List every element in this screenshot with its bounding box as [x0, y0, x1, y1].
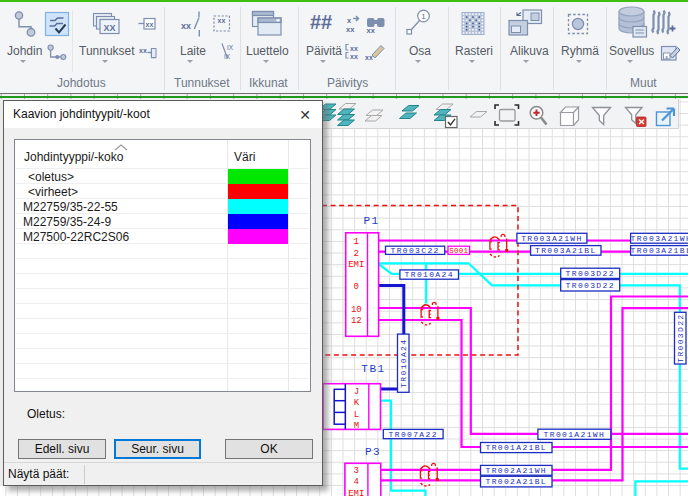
svg-text:0: 0 — [354, 282, 359, 292]
svg-text:TB1: TB1 — [361, 363, 385, 375]
svg-text:1: 1 — [354, 237, 359, 247]
svg-text:TR003A21BL: TR003A21BL — [535, 246, 597, 255]
svg-text:xx: xx — [218, 17, 226, 24]
svg-text:TR003C22: TR003C22 — [390, 246, 439, 255]
svg-text:TR010A24: TR010A24 — [405, 270, 454, 279]
svg-text:TR003D22: TR003D22 — [566, 269, 615, 278]
svg-text:TR001A21BL: TR001A21BL — [485, 443, 547, 452]
svg-text:TR002A21BL: TR002A21BL — [485, 477, 547, 486]
svg-text:##: ## — [310, 11, 332, 33]
svg-text:TR002A21WH: TR002A21WH — [485, 466, 547, 475]
svg-text:XX: XX — [103, 23, 115, 33]
svg-text:IX: IX — [224, 53, 231, 60]
svg-text:EMI: EMI — [348, 260, 364, 270]
svg-text:xx: xx — [365, 54, 373, 61]
svg-text:TR010A24: TR010A24 — [399, 339, 408, 388]
svg-text:TR003A21WH: TR003A21WH — [521, 234, 583, 243]
svg-text:TR003A21WH: TR003A21WH — [631, 234, 688, 243]
svg-text:x: x — [347, 16, 352, 25]
svg-text:TR001A21WH: TR001A21WH — [544, 430, 606, 439]
svg-text:xx: xx — [350, 53, 358, 60]
svg-text:EMI: EMI — [348, 489, 364, 496]
svg-text:10: 10 — [351, 305, 362, 315]
svg-text:M: M — [354, 421, 359, 431]
svg-text:xx: xx — [350, 45, 358, 52]
svg-text:3: 3 — [354, 466, 359, 476]
svg-text:TR003A21BL: TR003A21BL — [631, 246, 688, 255]
svg-text:2: 2 — [354, 249, 359, 259]
svg-text:J: J — [354, 387, 359, 397]
svg-text:xx: xx — [181, 21, 191, 31]
svg-text:xx: xx — [367, 26, 376, 35]
svg-text:P3: P3 — [365, 446, 381, 458]
svg-text:xx: xx — [346, 25, 355, 34]
svg-text:4: 4 — [354, 477, 359, 487]
svg-text:TR007A22: TR007A22 — [389, 430, 438, 439]
svg-text:1: 1 — [421, 12, 426, 21]
svg-text:K: K — [354, 398, 360, 408]
svg-text:TR003D22: TR003D22 — [676, 314, 685, 363]
svg-text:s: s — [665, 54, 668, 60]
svg-text:P1: P1 — [363, 215, 379, 227]
svg-text:xx: xx — [139, 47, 147, 54]
svg-text:TR003D22: TR003D22 — [566, 281, 615, 290]
svg-text:12: 12 — [351, 316, 362, 326]
svg-text:S001: S001 — [449, 247, 468, 255]
svg-text:L: L — [354, 410, 359, 420]
svg-text:xx: xx — [146, 21, 154, 28]
svg-text:IX: IX — [227, 44, 234, 51]
